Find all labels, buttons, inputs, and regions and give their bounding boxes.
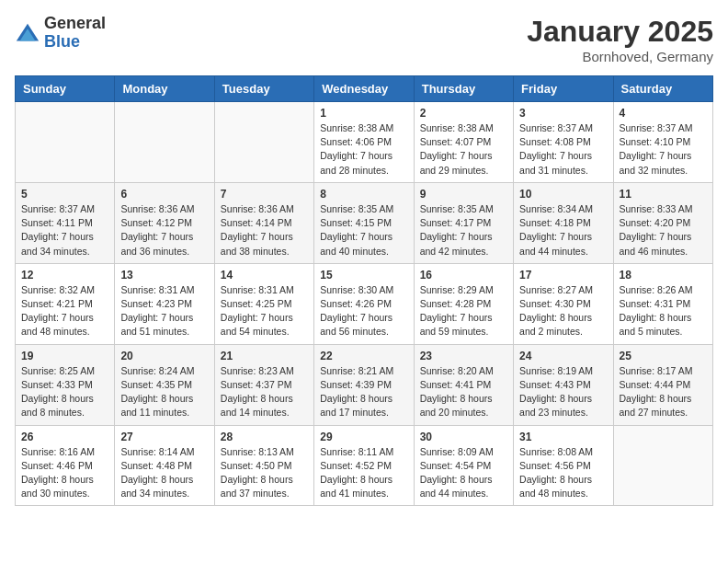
day-cell: 24Sunrise: 8:19 AM Sunset: 4:43 PM Dayli…	[514, 344, 613, 425]
page-header: General Blue January 2025 Bornhoved, Ger…	[15, 15, 713, 64]
day-info: Sunrise: 8:38 AM Sunset: 4:06 PM Dayligh…	[320, 121, 407, 178]
day-number: 7	[221, 188, 308, 201]
day-number: 31	[519, 431, 607, 443]
day-number: 27	[120, 431, 208, 443]
day-info: Sunrise: 8:32 AM Sunset: 4:21 PM Dayligh…	[21, 283, 108, 339]
day-info: Sunrise: 8:08 AM Sunset: 4:56 PM Dayligh…	[519, 445, 607, 501]
location-title: Bornhoved, Germany	[527, 49, 713, 64]
logo-blue-text: Blue	[44, 33, 106, 52]
day-cell	[115, 102, 214, 183]
day-number: 21	[221, 350, 308, 362]
day-info: Sunrise: 8:16 AM Sunset: 4:46 PM Dayligh…	[21, 445, 108, 501]
day-info: Sunrise: 8:19 AM Sunset: 4:43 PM Dayligh…	[519, 364, 607, 420]
day-cell: 10Sunrise: 8:34 AM Sunset: 4:18 PM Dayli…	[514, 182, 613, 263]
day-cell: 20Sunrise: 8:24 AM Sunset: 4:35 PM Dayli…	[115, 344, 214, 425]
week-row-1: 1Sunrise: 8:38 AM Sunset: 4:06 PM Daylig…	[16, 102, 713, 183]
day-cell: 12Sunrise: 8:32 AM Sunset: 4:21 PM Dayli…	[16, 263, 115, 344]
day-number: 23	[420, 350, 507, 362]
day-number: 4	[620, 107, 707, 120]
day-number: 1	[320, 107, 407, 120]
weekday-header-thursday: Thursday	[414, 76, 513, 102]
day-cell: 13Sunrise: 8:31 AM Sunset: 4:23 PM Dayli…	[115, 263, 214, 344]
day-info: Sunrise: 8:14 AM Sunset: 4:48 PM Dayligh…	[120, 445, 208, 501]
day-cell: 16Sunrise: 8:29 AM Sunset: 4:28 PM Dayli…	[414, 263, 513, 344]
day-number: 13	[120, 269, 208, 282]
day-number: 9	[420, 188, 507, 201]
day-info: Sunrise: 8:35 AM Sunset: 4:15 PM Dayligh…	[320, 202, 407, 259]
week-row-5: 26Sunrise: 8:16 AM Sunset: 4:46 PM Dayli…	[16, 425, 713, 506]
day-cell	[613, 425, 712, 506]
day-info: Sunrise: 8:17 AM Sunset: 4:44 PM Dayligh…	[620, 364, 707, 420]
day-number: 30	[420, 431, 507, 443]
day-info: Sunrise: 8:37 AM Sunset: 4:08 PM Dayligh…	[519, 121, 607, 178]
day-number: 8	[320, 188, 407, 201]
day-info: Sunrise: 8:36 AM Sunset: 4:12 PM Dayligh…	[120, 202, 208, 259]
day-cell: 15Sunrise: 8:30 AM Sunset: 4:26 PM Dayli…	[314, 263, 414, 344]
logo-icon	[15, 20, 40, 46]
day-cell: 11Sunrise: 8:33 AM Sunset: 4:20 PM Dayli…	[613, 182, 712, 263]
day-number: 12	[21, 269, 108, 282]
day-info: Sunrise: 8:27 AM Sunset: 4:30 PM Dayligh…	[519, 283, 607, 339]
day-cell: 19Sunrise: 8:25 AM Sunset: 4:33 PM Dayli…	[16, 344, 115, 425]
day-info: Sunrise: 8:21 AM Sunset: 4:39 PM Dayligh…	[320, 364, 407, 420]
day-cell: 3Sunrise: 8:37 AM Sunset: 4:08 PM Daylig…	[514, 102, 613, 183]
day-cell: 31Sunrise: 8:08 AM Sunset: 4:56 PM Dayli…	[514, 425, 613, 506]
day-info: Sunrise: 8:20 AM Sunset: 4:41 PM Dayligh…	[420, 364, 507, 420]
day-cell: 23Sunrise: 8:20 AM Sunset: 4:41 PM Dayli…	[414, 344, 513, 425]
day-cell: 17Sunrise: 8:27 AM Sunset: 4:30 PM Dayli…	[514, 263, 613, 344]
day-cell: 9Sunrise: 8:35 AM Sunset: 4:17 PM Daylig…	[414, 182, 513, 263]
day-info: Sunrise: 8:36 AM Sunset: 4:14 PM Dayligh…	[221, 202, 308, 259]
weekday-header-tuesday: Tuesday	[214, 76, 313, 102]
day-cell: 7Sunrise: 8:36 AM Sunset: 4:14 PM Daylig…	[214, 182, 313, 263]
weekday-header-monday: Monday	[115, 76, 214, 102]
day-info: Sunrise: 8:35 AM Sunset: 4:17 PM Dayligh…	[420, 202, 507, 259]
day-cell: 6Sunrise: 8:36 AM Sunset: 4:12 PM Daylig…	[115, 182, 214, 263]
day-cell: 27Sunrise: 8:14 AM Sunset: 4:48 PM Dayli…	[115, 425, 214, 506]
day-number: 5	[21, 188, 108, 201]
day-info: Sunrise: 8:34 AM Sunset: 4:18 PM Dayligh…	[519, 202, 607, 259]
calendar-table: SundayMondayTuesdayWednesdayThursdayFrid…	[15, 75, 713, 506]
day-info: Sunrise: 8:29 AM Sunset: 4:28 PM Dayligh…	[420, 283, 507, 339]
day-cell: 8Sunrise: 8:35 AM Sunset: 4:15 PM Daylig…	[314, 182, 414, 263]
day-number: 15	[320, 269, 407, 282]
day-cell: 25Sunrise: 8:17 AM Sunset: 4:44 PM Dayli…	[613, 344, 712, 425]
day-cell: 22Sunrise: 8:21 AM Sunset: 4:39 PM Dayli…	[314, 344, 414, 425]
day-number: 16	[420, 269, 507, 282]
day-cell	[214, 102, 313, 183]
day-number: 25	[620, 350, 707, 362]
day-cell: 5Sunrise: 8:37 AM Sunset: 4:11 PM Daylig…	[16, 182, 115, 263]
weekday-header-wednesday: Wednesday	[314, 76, 414, 102]
day-info: Sunrise: 8:09 AM Sunset: 4:54 PM Dayligh…	[420, 445, 507, 501]
day-number: 6	[120, 188, 208, 201]
weekday-header-row: SundayMondayTuesdayWednesdayThursdayFrid…	[16, 76, 713, 102]
day-number: 11	[620, 188, 707, 201]
day-number: 24	[519, 350, 607, 362]
day-cell: 28Sunrise: 8:13 AM Sunset: 4:50 PM Dayli…	[214, 425, 313, 506]
day-info: Sunrise: 8:37 AM Sunset: 4:11 PM Dayligh…	[21, 202, 108, 259]
day-number: 17	[519, 269, 607, 282]
day-number: 18	[620, 269, 707, 282]
day-info: Sunrise: 8:37 AM Sunset: 4:10 PM Dayligh…	[620, 121, 707, 178]
day-number: 3	[519, 107, 607, 120]
week-row-4: 19Sunrise: 8:25 AM Sunset: 4:33 PM Dayli…	[16, 344, 713, 425]
day-cell: 14Sunrise: 8:31 AM Sunset: 4:25 PM Dayli…	[214, 263, 313, 344]
day-info: Sunrise: 8:26 AM Sunset: 4:31 PM Dayligh…	[620, 283, 707, 339]
logo-text: General Blue	[44, 15, 106, 52]
day-cell: 1Sunrise: 8:38 AM Sunset: 4:06 PM Daylig…	[314, 102, 414, 183]
day-info: Sunrise: 8:33 AM Sunset: 4:20 PM Dayligh…	[620, 202, 707, 259]
day-number: 20	[120, 350, 208, 362]
logo: General Blue	[15, 15, 106, 52]
day-number: 29	[320, 431, 407, 443]
day-cell: 30Sunrise: 8:09 AM Sunset: 4:54 PM Dayli…	[414, 425, 513, 506]
day-cell: 21Sunrise: 8:23 AM Sunset: 4:37 PM Dayli…	[214, 344, 313, 425]
day-number: 14	[221, 269, 308, 282]
title-block: January 2025 Bornhoved, Germany	[527, 15, 713, 64]
day-cell	[16, 102, 115, 183]
month-title: January 2025	[527, 15, 713, 49]
day-cell: 26Sunrise: 8:16 AM Sunset: 4:46 PM Dayli…	[16, 425, 115, 506]
day-info: Sunrise: 8:11 AM Sunset: 4:52 PM Dayligh…	[320, 445, 407, 501]
day-info: Sunrise: 8:24 AM Sunset: 4:35 PM Dayligh…	[120, 364, 208, 420]
day-info: Sunrise: 8:38 AM Sunset: 4:07 PM Dayligh…	[420, 121, 507, 178]
day-number: 26	[21, 431, 108, 443]
day-number: 19	[21, 350, 108, 362]
